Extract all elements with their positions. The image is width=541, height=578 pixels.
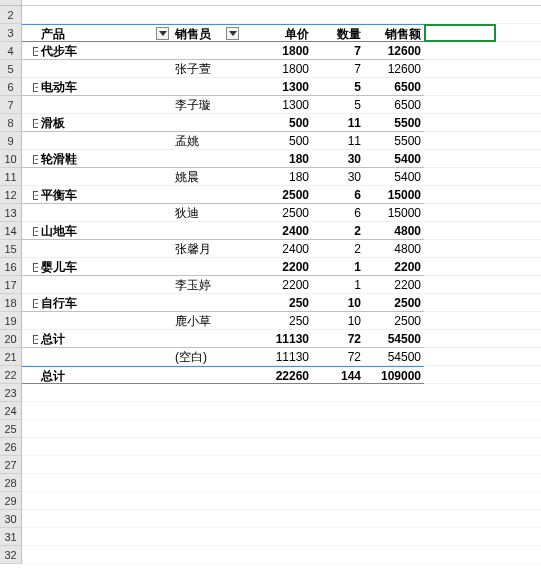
pivot-qty[interactable]: 1 <box>312 276 364 294</box>
pivot-seller[interactable] <box>172 114 242 132</box>
filter-dropdown-icon[interactable] <box>226 27 239 40</box>
empty-cell[interactable] <box>30 402 38 420</box>
empty-cell[interactable] <box>30 6 38 24</box>
pivot-qty[interactable]: 72 <box>312 330 364 348</box>
pivot-qty[interactable]: 11 <box>312 114 364 132</box>
empty-cell[interactable] <box>424 150 496 168</box>
empty-cell[interactable] <box>424 546 496 564</box>
pivot-price[interactable]: 250 <box>242 294 312 312</box>
empty-cell[interactable] <box>496 222 541 240</box>
pivot-qty[interactable]: 30 <box>312 168 364 186</box>
empty-cell[interactable] <box>424 114 496 132</box>
empty-cell[interactable] <box>364 528 424 546</box>
empty-cell[interactable] <box>242 402 312 420</box>
empty-cell[interactable] <box>424 222 496 240</box>
pivot-header-price[interactable]: 单价 <box>242 24 312 42</box>
empty-cell[interactable] <box>22 510 30 528</box>
row-header[interactable]: 8 <box>0 114 22 132</box>
row-header[interactable]: 6 <box>0 78 22 96</box>
empty-cell[interactable] <box>424 402 496 420</box>
row-header[interactable]: 32 <box>0 546 22 564</box>
row-header[interactable]: 22 <box>0 366 22 384</box>
pivot-product[interactable] <box>38 96 172 114</box>
empty-cell[interactable] <box>364 402 424 420</box>
empty-cell[interactable] <box>22 528 30 546</box>
pivot-price[interactable]: 1800 <box>242 60 312 78</box>
empty-cell[interactable] <box>496 258 541 276</box>
empty-cell[interactable] <box>496 6 541 24</box>
empty-cell[interactable] <box>172 420 242 438</box>
empty-cell[interactable] <box>424 312 496 330</box>
empty-cell[interactable] <box>496 240 541 258</box>
empty-cell[interactable] <box>312 510 364 528</box>
pivot-product[interactable]: 电动车 <box>38 78 172 96</box>
pivot-sales[interactable]: 6500 <box>364 78 424 96</box>
row-header[interactable]: 18 <box>0 294 22 312</box>
pivot-qty[interactable]: 2 <box>312 222 364 240</box>
pivot-seller[interactable] <box>172 186 242 204</box>
empty-cell[interactable] <box>364 438 424 456</box>
pivot-sales[interactable]: 4800 <box>364 240 424 258</box>
empty-cell[interactable] <box>172 6 242 24</box>
empty-cell[interactable] <box>38 528 172 546</box>
empty-cell[interactable] <box>424 6 496 24</box>
pivot-qty[interactable]: 1 <box>312 258 364 276</box>
empty-cell[interactable] <box>38 546 172 564</box>
empty-cell[interactable] <box>242 492 312 510</box>
empty-cell[interactable] <box>364 546 424 564</box>
row-header[interactable]: 24 <box>0 402 22 420</box>
pivot-seller[interactable]: (空白) <box>172 348 242 366</box>
pivot-qty[interactable]: 5 <box>312 78 364 96</box>
empty-cell[interactable] <box>22 546 30 564</box>
empty-cell[interactable] <box>38 402 172 420</box>
pivot-price[interactable]: 2500 <box>242 204 312 222</box>
empty-cell[interactable] <box>424 510 496 528</box>
row-header[interactable]: 15 <box>0 240 22 258</box>
pivot-price[interactable]: 500 <box>242 132 312 150</box>
pivot-price[interactable]: 2200 <box>242 258 312 276</box>
empty-cell[interactable] <box>364 456 424 474</box>
filter-dropdown-icon[interactable] <box>156 27 169 40</box>
empty-cell[interactable] <box>496 384 541 402</box>
pivot-sales[interactable]: 2500 <box>364 294 424 312</box>
row-header[interactable]: 23 <box>0 384 22 402</box>
empty-cell[interactable] <box>496 186 541 204</box>
empty-cell[interactable] <box>496 438 541 456</box>
empty-cell[interactable] <box>496 114 541 132</box>
grand-total-qty[interactable]: 144 <box>312 366 364 384</box>
row-header[interactable]: 4 <box>0 42 22 60</box>
pivot-qty[interactable]: 5 <box>312 96 364 114</box>
empty-cell[interactable] <box>30 528 38 546</box>
pivot-sales[interactable]: 2500 <box>364 312 424 330</box>
empty-cell[interactable] <box>30 492 38 510</box>
pivot-price[interactable]: 500 <box>242 114 312 132</box>
empty-cell[interactable] <box>496 312 541 330</box>
empty-cell[interactable] <box>496 132 541 150</box>
pivot-qty[interactable]: 6 <box>312 204 364 222</box>
pivot-product[interactable] <box>38 132 172 150</box>
empty-cell[interactable] <box>22 438 30 456</box>
row-header[interactable]: 13 <box>0 204 22 222</box>
empty-cell[interactable] <box>38 474 172 492</box>
empty-cell[interactable] <box>312 402 364 420</box>
empty-cell[interactable] <box>496 78 541 96</box>
empty-cell[interactable] <box>424 42 496 60</box>
empty-cell[interactable] <box>312 420 364 438</box>
pivot-product[interactable]: 总计 <box>38 330 172 348</box>
empty-cell[interactable] <box>22 6 30 24</box>
row-header[interactable]: 3 <box>0 24 22 42</box>
empty-cell[interactable] <box>424 204 496 222</box>
pivot-sales[interactable]: 5400 <box>364 150 424 168</box>
pivot-header-sales[interactable]: 销售额 <box>364 24 424 42</box>
pivot-price[interactable]: 250 <box>242 312 312 330</box>
empty-cell[interactable] <box>38 6 172 24</box>
pivot-qty[interactable]: 11 <box>312 132 364 150</box>
empty-cell[interactable] <box>496 204 541 222</box>
active-cell-selection[interactable] <box>424 24 496 42</box>
pivot-sales[interactable]: 15000 <box>364 204 424 222</box>
pivot-price[interactable]: 1800 <box>242 42 312 60</box>
row-header[interactable]: 17 <box>0 276 22 294</box>
pivot-sales[interactable]: 2200 <box>364 258 424 276</box>
pivot-price[interactable]: 11130 <box>242 330 312 348</box>
empty-cell[interactable] <box>242 420 312 438</box>
